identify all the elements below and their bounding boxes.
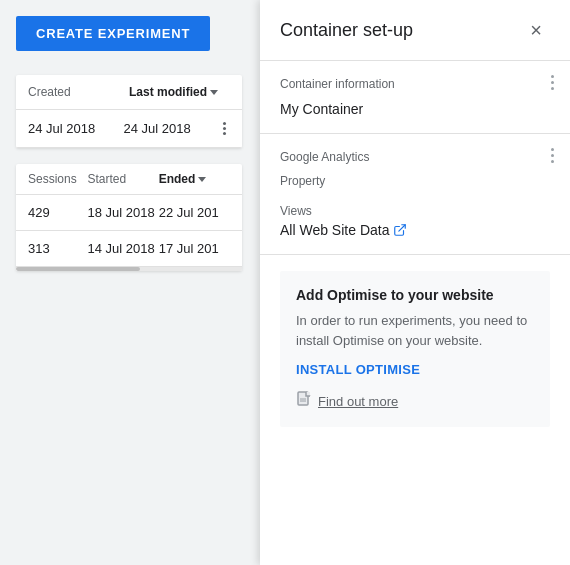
google-analytics-label: Google Analytics [280,150,550,164]
col-modified-header: Last modified [129,85,230,99]
create-experiment-button[interactable]: CREATE EXPERIMENT [16,16,210,51]
started-date-1: 18 Jul 2018 [87,205,158,220]
started-date-2: 14 Jul 2018 [87,241,158,256]
install-optimise-link[interactable]: INSTALL OPTIMISE [296,362,534,377]
find-out-row[interactable]: Find out more [296,391,534,411]
container-info-menu[interactable] [551,75,554,90]
right-panel: Container set-up × Container information… [260,0,570,565]
sessions-row-1: 429 18 Jul 2018 22 Jul 201 [16,195,242,231]
date-table-card: Created Last modified 24 Jul 2018 24 Jul… [16,75,242,148]
views-label: Views [280,204,550,218]
date-table-header: Created Last modified [16,75,242,110]
sessions-table-header: Sessions Started Ended [16,164,242,195]
property-label: Property [280,174,550,188]
google-analytics-section: Google Analytics Property Views All Web … [260,134,570,255]
container-info-section: Container information My Container [260,61,570,134]
left-panel: CREATE EXPERIMENT Created Last modified … [0,0,258,565]
sessions-row-2: 313 14 Jul 2018 17 Jul 201 [16,231,242,267]
ended-sort-icon [198,177,206,182]
optimise-title: Add Optimise to your website [296,287,534,303]
close-panel-button[interactable]: × [522,16,550,44]
started-col-header: Started [87,172,158,186]
views-value: All Web Site Data [280,222,550,238]
find-out-link[interactable]: Find out more [318,394,398,409]
optimise-card: Add Optimise to your website In order to… [280,271,550,427]
scrollbar-thumb [16,267,140,271]
created-date: 24 Jul 2018 [28,121,124,136]
sessions-count-1: 429 [28,205,87,220]
panel-header: Container set-up × [260,0,570,61]
ended-date-2: 17 Jul 201 [159,241,230,256]
sessions-col-header: Sessions [28,172,87,186]
table-row: 24 Jul 2018 24 Jul 2018 [16,110,242,148]
sessions-table-card: Sessions Started Ended 429 18 Jul 2018 2… [16,164,242,271]
svg-line-0 [399,225,405,231]
ended-col-header: Ended [159,172,230,186]
ended-date-1: 22 Jul 201 [159,205,230,220]
row-menu-button[interactable] [219,120,230,137]
google-analytics-menu[interactable] [551,148,554,163]
optimise-description: In order to run experiments, you need to… [296,311,534,350]
modified-date: 24 Jul 2018 [124,121,220,136]
sort-arrow-icon [210,90,218,95]
container-info-label: Container information [280,77,550,91]
document-icon [296,391,312,411]
scrollbar-track[interactable] [16,267,242,271]
container-name: My Container [280,101,550,117]
col-created-header: Created [28,85,129,99]
external-link-icon [393,223,407,237]
sessions-count-2: 313 [28,241,87,256]
panel-title: Container set-up [280,20,413,41]
